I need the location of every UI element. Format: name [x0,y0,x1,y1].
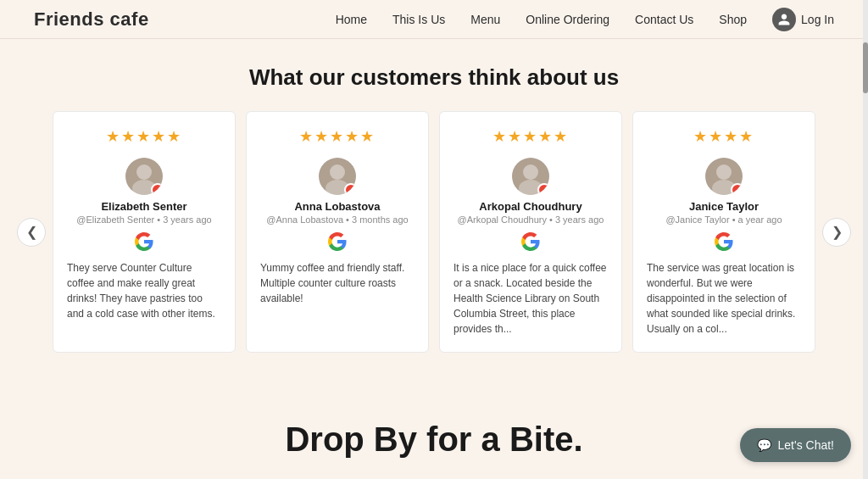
stars-1: ★★★★★ [67,127,221,146]
google-icon-1 [134,231,154,252]
scrollbar-thumb[interactable] [863,42,868,93]
dropby-title: Drop By for a Bite. [17,421,851,459]
reviewer-time-3: 3 years ago [555,214,604,225]
google-icon-3 [520,231,541,252]
svg-point-4 [523,164,538,180]
prev-arrow-button[interactable]: ❮ [17,218,46,247]
reviewer-meta-1: @Elizabeth Senter • 3 years ago [67,214,221,225]
avatar-badge-1 [151,183,163,195]
review-text-4: The service was great location is wonder… [647,260,801,337]
login-label: Log In [801,13,834,26]
reviewer-meta-2: @Anna Lobastova • 3 months ago [260,214,415,225]
reviews-container: ❮ ★★★★★ Elizabeth Senter @Elizabeth Sent… [17,111,851,353]
login-button[interactable]: Log In [772,8,834,31]
scrollbar[interactable] [863,0,868,479]
dropby-section: Drop By for a Bite. Address 500 Terry Fr… [0,387,868,479]
reviewer-name-1: Elizabeth Senter [67,200,221,213]
reviewer-meta-3: @Arkopal Choudhury • 3 years ago [453,214,608,225]
nav-home[interactable]: Home [336,13,367,26]
chat-button[interactable]: 💬 Let's Chat! [740,428,852,462]
review-card-4: ★★★★ Janice Taylor @Janice Taylor • a ye… [632,111,815,353]
logo-bold: Friends [34,8,104,30]
main-nav: Home This Is Us Menu Online Ordering Con… [336,8,834,31]
review-card-1: ★★★★★ Elizabeth Senter @Elizabeth Senter… [53,111,236,353]
avatar-badge-3 [537,183,549,195]
reviewer-time-2: 3 months ago [352,214,409,225]
reviewer-avatar-4 [705,158,743,195]
svg-point-6 [716,164,732,180]
reviewer-meta-4: @Janice Taylor • a year ago [647,214,801,225]
reviewer-handle-2: @Anna Lobastova [266,214,343,225]
reviews-title: What our customers think about us [17,64,851,91]
next-arrow-button[interactable]: ❯ [822,218,851,247]
review-card-2: ★★★★★ Anna Lobastova @Anna Lobastova • 3… [246,111,429,353]
review-text-3: It is a nice place for a quick coffee or… [453,260,608,337]
reviewer-handle-3: @Arkopal Choudhury [458,214,547,225]
stars-4: ★★★★ [647,127,801,146]
reviewer-name-2: Anna Lobastova [260,200,415,213]
user-avatar-icon [772,8,796,31]
logo: Friends cafe [34,8,149,31]
reviewer-name-3: Arkopal Choudhury [453,200,608,213]
reviewer-name-4: Janice Taylor [647,200,801,213]
stars-2: ★★★★★ [260,127,415,146]
review-text-1: They serve Counter Culture coffee and ma… [67,260,221,321]
reviewer-handle-4: @Janice Taylor [665,214,729,225]
header: Friends cafe Home This Is Us Menu Online… [0,0,868,39]
nav-this-is-us[interactable]: This Is Us [392,13,445,26]
reviews-section: What our customers think about us ❮ ★★★★… [0,39,868,387]
avatar-badge-2 [344,183,356,195]
nav-shop[interactable]: Shop [719,13,747,26]
review-text-2: Yummy coffee and friendly staff. Multipl… [260,260,415,306]
stars-3: ★★★★★ [453,127,608,146]
google-icon-4 [714,231,734,252]
logo-regular: cafe [104,8,149,30]
nav-online-ordering[interactable]: Online Ordering [526,13,609,26]
chat-icon: 💬 [757,438,771,452]
reviewer-handle-1: @Elizabeth Senter [76,214,154,225]
reviewer-avatar-3 [512,158,549,195]
google-icon-2 [327,231,348,252]
reviewer-time-1: 3 years ago [163,214,211,225]
reviewer-time-4: a year ago [738,214,782,225]
chat-label: Let's Chat! [778,438,835,452]
reviewer-avatar-1 [125,158,163,195]
svg-point-0 [136,164,152,180]
avatar-badge-4 [731,183,743,195]
review-card-3: ★★★★★ Arkopal Choudhury @Arkopal Choudhu… [439,111,622,353]
reviews-grid: ★★★★★ Elizabeth Senter @Elizabeth Senter… [53,111,815,353]
nav-contact-us[interactable]: Contact Us [635,13,693,26]
reviewer-avatar-2 [319,158,356,195]
svg-point-2 [330,164,345,180]
nav-menu[interactable]: Menu [470,13,500,26]
